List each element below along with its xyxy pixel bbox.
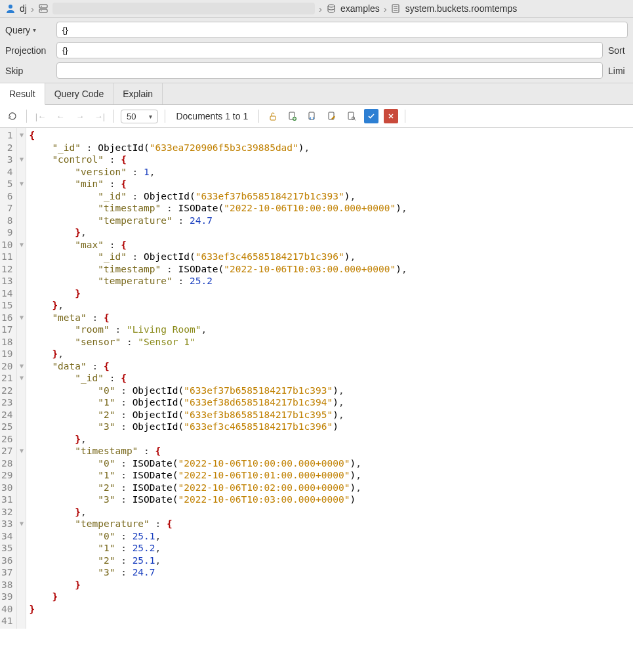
chevron-down-icon[interactable]: ▾ <box>33 26 36 33</box>
projection-input[interactable] <box>56 42 603 58</box>
projection-label: Projection <box>5 45 51 56</box>
page-prev-button[interactable]: ← <box>53 109 68 123</box>
svg-rect-2 <box>39 9 47 12</box>
svg-rect-1 <box>39 5 47 8</box>
breadcrumb: dj › › examples › system.buckets.roomtem… <box>0 0 633 18</box>
page-next-button[interactable]: → <box>73 109 87 123</box>
breadcrumb-server-redacted <box>52 3 315 14</box>
json-viewer: 1234567891011121314151617181920212223242… <box>0 128 633 629</box>
chevron-right-icon: › <box>31 3 34 14</box>
svg-rect-15 <box>348 112 354 119</box>
page-size-select[interactable]: 50 ▾ <box>121 110 158 123</box>
server-icon[interactable] <box>38 3 49 14</box>
sort-label: Sort <box>608 45 628 56</box>
tab-explain[interactable]: Explain <box>113 83 163 104</box>
unlock-icon[interactable] <box>266 109 280 123</box>
breadcrumb-collection[interactable]: system.buckets.roomtemps <box>405 3 517 14</box>
svg-point-4 <box>41 10 42 12</box>
svg-line-17 <box>354 119 356 121</box>
result-tabs: Result Query Code Explain <box>0 83 633 105</box>
delete-icon[interactable] <box>384 109 398 123</box>
svg-point-3 <box>41 6 42 7</box>
chevron-down-icon: ▾ <box>149 113 152 120</box>
user-icon <box>5 3 16 14</box>
line-number-gutter: 1234567891011121314151617181920212223242… <box>0 128 17 629</box>
chevron-right-icon: › <box>319 3 322 14</box>
limit-label: Limi <box>608 66 628 76</box>
confirm-icon[interactable] <box>364 109 378 123</box>
query-label: Query ▾ <box>5 25 51 35</box>
code-view-icon[interactable] <box>305 109 319 123</box>
page-first-button[interactable]: |← <box>33 109 48 123</box>
tab-query-code[interactable]: Query Code <box>45 83 113 104</box>
skip-input[interactable] <box>56 62 603 79</box>
svg-point-0 <box>9 5 12 9</box>
edit-document-icon[interactable] <box>325 109 339 123</box>
fold-gutter[interactable]: ▼▼▼▼▼▼▼▼▼ <box>17 128 26 629</box>
chevron-right-icon: › <box>384 3 387 14</box>
tab-result[interactable]: Result <box>0 83 45 105</box>
json-content[interactable]: { "_id" : ObjectId("633ea720906f5b3c3988… <box>26 128 409 629</box>
query-input[interactable] <box>56 22 628 38</box>
page-size-value: 50 <box>127 112 136 121</box>
svg-point-5 <box>328 5 335 7</box>
result-toolbar: |← ← → →| 50 ▾ Documents 1 to 1 <box>0 105 633 128</box>
collection-icon <box>391 3 401 14</box>
document-count-label: Documents 1 to 1 <box>176 111 248 121</box>
add-document-icon[interactable] <box>285 109 300 123</box>
breadcrumb-user[interactable]: dj <box>20 3 27 14</box>
database-icon <box>326 3 337 14</box>
skip-label: Skip <box>5 66 51 76</box>
search-document-icon[interactable] <box>344 109 359 123</box>
breadcrumb-database[interactable]: examples <box>340 3 380 14</box>
refresh-button[interactable] <box>5 109 20 123</box>
svg-rect-10 <box>270 116 276 120</box>
filter-bar: Query ▾ Projection Sort Skip Limi <box>0 18 633 83</box>
page-last-button[interactable]: →| <box>92 109 107 123</box>
